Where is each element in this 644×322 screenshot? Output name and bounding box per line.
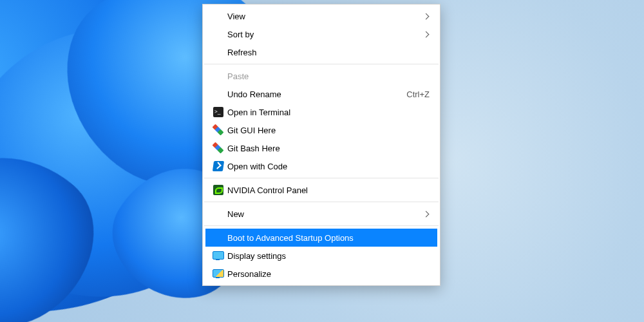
personalize-icon — [213, 269, 224, 278]
menu-item-open-with-code[interactable]: Open with Code — [205, 157, 437, 175]
chevron-right-icon — [423, 211, 430, 217]
menu-item-view[interactable]: View — [205, 7, 437, 25]
menu-item-label: View — [227, 12, 424, 21]
vscode-icon — [213, 161, 224, 171]
menu-item-label: Refresh — [227, 48, 430, 57]
menu-item-undo-rename[interactable]: Undo Rename Ctrl+Z — [205, 85, 437, 103]
git-icon — [213, 143, 223, 153]
menu-item-refresh[interactable]: Refresh — [205, 43, 437, 61]
menu-item-label: Boot to Advanced Startup Options — [227, 233, 430, 243]
menu-item-label: Personalize — [227, 269, 430, 279]
desktop-wallpaper[interactable]: View Sort by Refresh Paste Undo Rename C… — [0, 0, 644, 322]
menu-item-paste: Paste — [205, 67, 437, 85]
menu-item-sort-by[interactable]: Sort by — [205, 25, 437, 43]
terminal-icon — [213, 107, 223, 117]
menu-separator — [204, 225, 439, 226]
nvidia-icon — [213, 185, 223, 195]
menu-item-boot-advanced-startup[interactable]: Boot to Advanced Startup Options — [205, 229, 437, 247]
menu-item-new[interactable]: New — [205, 205, 437, 223]
menu-item-label: Git GUI Here — [227, 126, 430, 135]
menu-item-personalize[interactable]: Personalize — [205, 265, 437, 283]
chevron-right-icon — [423, 13, 430, 19]
menu-item-shortcut: Ctrl+Z — [406, 90, 430, 99]
chevron-right-icon — [423, 31, 430, 37]
menu-separator — [204, 202, 439, 202]
desktop-context-menu: View Sort by Refresh Paste Undo Rename C… — [202, 4, 440, 286]
menu-item-open-in-terminal[interactable]: Open in Terminal — [205, 103, 437, 121]
menu-item-label: Paste — [227, 71, 430, 81]
menu-separator — [204, 178, 439, 178]
menu-item-display-settings[interactable]: Display settings — [205, 247, 437, 265]
git-icon — [213, 125, 223, 135]
menu-separator — [204, 64, 439, 64]
monitor-icon — [213, 251, 224, 260]
menu-item-label: Open with Code — [227, 162, 430, 171]
menu-item-label: NVIDIA Control Panel — [227, 185, 430, 195]
menu-item-git-bash-here[interactable]: Git Bash Here — [205, 139, 437, 157]
menu-item-label: Sort by — [227, 30, 424, 39]
menu-item-label: Undo Rename — [227, 90, 406, 99]
menu-item-git-gui-here[interactable]: Git GUI Here — [205, 121, 437, 139]
menu-item-nvidia-control-panel[interactable]: NVIDIA Control Panel — [205, 181, 437, 199]
menu-item-label: Display settings — [227, 251, 430, 261]
menu-item-label: Git Bash Here — [227, 144, 430, 153]
menu-item-label: Open in Terminal — [227, 108, 430, 117]
menu-item-label: New — [227, 209, 424, 219]
